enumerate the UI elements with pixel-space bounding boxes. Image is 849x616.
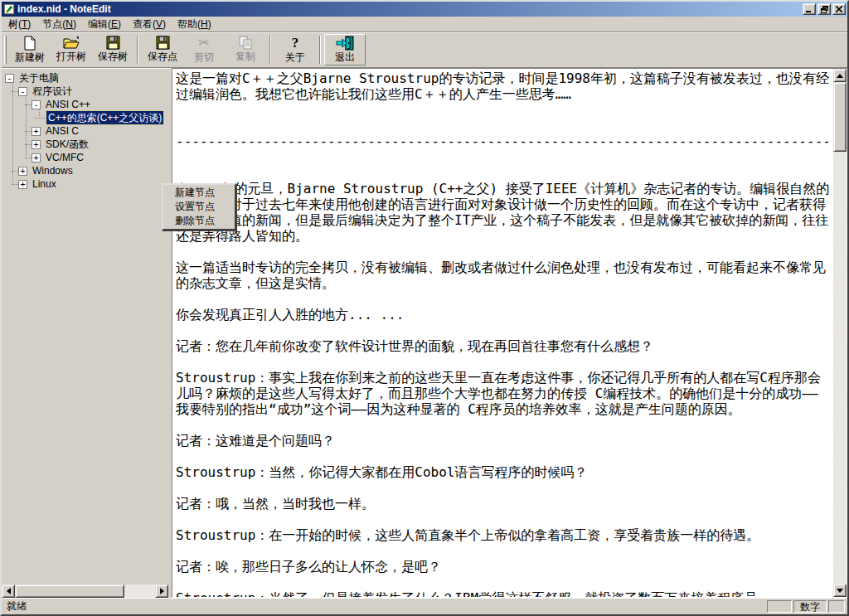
- scroll-left-icon: [7, 588, 11, 594]
- save-node-button[interactable]: 保存点: [142, 34, 183, 65]
- tree-item-sdk[interactable]: + SDK/函数: [2, 138, 168, 151]
- paragraph: 在1998年的元旦，Bjarne Stroustrup (C++之父) 接受了I…: [176, 181, 830, 244]
- paragraph: 记者：唉，那些日子多么的让人怀念，是吧？: [176, 559, 830, 575]
- paragraph: Stroustrup：事实上我在你到来之前的这些天里一直在考虑这件事，你还记得几…: [176, 370, 830, 417]
- paragraph: 记者：哦，当然，当时我也一样。: [176, 496, 830, 512]
- about-button[interactable]: ? 关于: [274, 34, 316, 65]
- new-tree-button[interactable]: 新建树: [9, 34, 51, 65]
- tree-item-label: VC/MFC: [44, 151, 85, 164]
- toolbar-separator: [319, 36, 321, 64]
- expand-icon[interactable]: +: [32, 153, 41, 162]
- scroll-up-button[interactable]: [833, 69, 847, 82]
- open-tree-label: 打开树: [56, 50, 86, 64]
- scroll-up-icon: [837, 74, 843, 78]
- tree-item-label-selected: C++的思索(C++之父访谈): [46, 111, 163, 124]
- vertical-scroll-thumb[interactable]: [833, 82, 847, 152]
- expand-icon[interactable]: +: [32, 127, 41, 136]
- tree-item-cpp-thoughts[interactable]: C++的思索(C++之父访谈): [2, 111, 168, 124]
- toolbar: 新建树 打开树 保存树: [2, 32, 847, 68]
- close-button[interactable]: [832, 3, 846, 15]
- open-tree-button[interactable]: 打开树: [51, 34, 92, 65]
- exit-label: 退出: [335, 51, 355, 65]
- save-tree-label: 保存树: [98, 50, 128, 64]
- expand-icon[interactable]: +: [32, 140, 41, 149]
- open-tree-icon: [63, 36, 80, 50]
- status-indicator-caps: [767, 600, 792, 613]
- note-text-editor[interactable]: 这是一篇对C＋＋之父Bjarne Stroustrup的专访记录，时间是1998…: [172, 69, 833, 597]
- save-tree-button[interactable]: 保存树: [92, 34, 133, 65]
- restore-button[interactable]: [817, 3, 831, 15]
- tree-panel: - 关于电脑 - 程序设计 - ANSI C++ C++的思索(C++之父访谈)…: [2, 68, 168, 598]
- save-node-icon: [156, 36, 170, 50]
- toolbar-gripper[interactable]: [4, 36, 7, 64]
- context-menu-delete-node[interactable]: 删除节点: [163, 214, 235, 228]
- tree-item-ansi-cpp[interactable]: - ANSI C++: [2, 98, 168, 111]
- menu-tree[interactable]: 树(T): [2, 17, 36, 32]
- status-indicator-num: 数字: [793, 600, 827, 613]
- vertical-scroll-track[interactable]: [833, 152, 847, 584]
- about-label: 关于: [285, 51, 305, 65]
- application-window: index.nid - NoteEdit 树(T) 节点(N: [0, 0, 849, 616]
- toolbar-separator: [137, 36, 138, 64]
- collapse-icon[interactable]: -: [5, 74, 14, 83]
- cut-button[interactable]: ✂ 剪切: [183, 34, 225, 65]
- tree-item-windows[interactable]: + Windows: [2, 164, 168, 177]
- tree-item-label: 程序设计: [31, 85, 74, 98]
- node-context-menu: 新建节点 设置节点 删除节点: [162, 183, 236, 230]
- tree-item-label: Windows: [31, 164, 75, 177]
- horizontal-scroll-track[interactable]: [124, 584, 155, 598]
- cut-icon: ✂: [198, 36, 209, 51]
- tree-item-computer[interactable]: - 关于电脑: [2, 71, 168, 85]
- tree-item-label: ANSI C: [44, 124, 80, 138]
- minimize-button[interactable]: [803, 3, 816, 15]
- copy-label: 复制: [235, 50, 255, 64]
- menu-edit[interactable]: 编辑(E): [82, 17, 127, 32]
- copy-button[interactable]: 复制: [225, 34, 266, 65]
- tree-item-label: ANSI C++: [44, 98, 92, 111]
- collapse-icon[interactable]: -: [18, 87, 27, 96]
- exit-icon: [336, 36, 354, 51]
- tree-item-label: Linux: [31, 177, 58, 191]
- status-bar: 就绪 数字: [2, 598, 847, 614]
- editor-panel: 这是一篇对C＋＋之父Bjarne Stroustrup的专访记录，时间是1998…: [172, 68, 847, 598]
- expand-icon[interactable]: +: [18, 167, 27, 176]
- new-tree-label: 新建树: [15, 51, 45, 65]
- paragraph: 这一篇适当时专访的完全拷贝，没有被编辑、删改或者做过什么润色处理，也没有发布过，…: [176, 259, 830, 291]
- collapse-icon[interactable]: -: [32, 100, 41, 109]
- context-menu-new-node[interactable]: 新建节点: [163, 186, 235, 200]
- paragraph: 记者：您在几年前你改变了软件设计世界的面貌，现在再回首往事您有什么感想？: [176, 338, 830, 354]
- tree-item-linux[interactable]: + Linux: [2, 177, 168, 191]
- save-tree-icon: [106, 36, 120, 50]
- cut-label: 剪切: [194, 51, 214, 65]
- title-bar: index.nid - NoteEdit: [2, 2, 847, 17]
- save-node-label: 保存点: [148, 50, 177, 64]
- horizontal-scroll-thumb[interactable]: [15, 584, 124, 598]
- tree-horizontal-scrollbar: [2, 584, 168, 598]
- scroll-down-icon: [837, 589, 843, 593]
- paragraph: Stroustrup：当然，你记得大家都在用Cobol语言写程序的时候吗？: [176, 464, 830, 480]
- tree-item-ansi-c[interactable]: + ANSI C: [2, 124, 168, 138]
- minimize-icon: [806, 6, 813, 12]
- menu-view[interactable]: 查看(V): [127, 17, 172, 32]
- tree-item-vc-mfc[interactable]: + VC/MFC: [2, 151, 168, 164]
- context-menu-set-node[interactable]: 设置节点: [163, 200, 235, 214]
- scroll-right-button[interactable]: [155, 584, 168, 598]
- scroll-down-button[interactable]: [833, 584, 847, 597]
- dashed-separator: ----------------------------------------…: [176, 133, 830, 149]
- paragraph: Stroustrup：当然了。但是接着发生了什么？IBM觉得这样不舒服，就投资了…: [176, 590, 830, 597]
- paragraph: 这是一篇对C＋＋之父Bjarne Stroustrup的专访记录，时间是1998…: [176, 70, 830, 102]
- scroll-right-icon: [160, 588, 164, 594]
- exit-button[interactable]: 退出: [324, 34, 366, 65]
- node-tree: - 关于电脑 - 程序设计 - ANSI C++ C++的思索(C++之父访谈)…: [2, 68, 168, 584]
- menu-bar: 树(T) 节点(N) 编辑(E) 查看(V) 帮助(H): [2, 17, 847, 32]
- tree-item-programming[interactable]: - 程序设计: [2, 85, 168, 98]
- close-icon: [836, 6, 842, 12]
- expand-icon[interactable]: +: [18, 180, 27, 189]
- tree-item-label: 关于电脑: [17, 71, 61, 85]
- menu-help[interactable]: 帮助(H): [172, 17, 217, 32]
- status-message: 就绪: [4, 599, 765, 614]
- status-indicator-scroll: [828, 600, 845, 613]
- menu-node[interactable]: 节点(N): [36, 17, 82, 32]
- scroll-left-button[interactable]: [2, 584, 15, 598]
- copy-icon: [239, 36, 252, 50]
